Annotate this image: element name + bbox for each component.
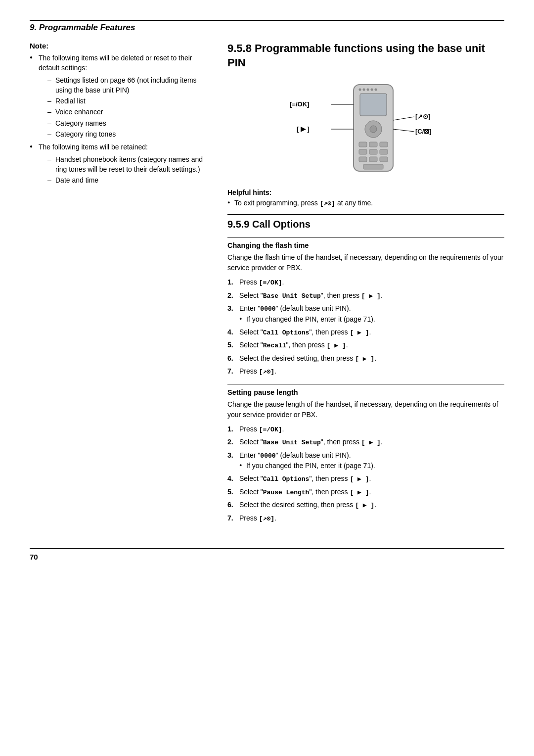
btn-inline-power: [↗⊙]	[320, 200, 335, 207]
list-item: Redial list	[47, 96, 208, 106]
footer-rule	[30, 548, 504, 549]
phone-diagram: [≡/OK] [ ▶ ] [↗⊙] [C/⊠]	[227, 80, 504, 179]
changing-flash-time-body: Change the flash time of the handset, if…	[227, 252, 504, 273]
sub-list-deleted: Settings listed on page 66 (not includin…	[39, 75, 208, 140]
list-item: 7. Press [↗⊙].	[227, 513, 504, 524]
section-title: 9.5.8 Programmable functions using the b…	[227, 42, 504, 70]
subsection-rule-3	[227, 384, 504, 384]
list-item: 4. Select "Call Options", then press [ ▶…	[227, 473, 504, 484]
mono-calloptions: Call Options	[263, 329, 310, 336]
setting-pause-length-body: Change the pause length of the handset, …	[227, 399, 504, 420]
changing-flash-time-steps: 1. Press [≡/OK]. 2. Select "Base Unit Se…	[227, 277, 504, 377]
page-container: 9. Programmable Features Note: The follo…	[0, 0, 534, 756]
svg-rect-6	[360, 94, 387, 116]
btn-power: [↗⊙]	[259, 368, 274, 376]
list-item: 5. Select "Recall", then press [ ▶ ].	[227, 340, 504, 351]
btn-arrow-3: [ ▶ ]	[350, 475, 369, 483]
btn-menu-ok: [≡/OK]	[259, 279, 282, 286]
list-item: The following items will be retained: Ha…	[30, 142, 208, 185]
list-item: 2. Select "Base Unit Setup", then press …	[227, 437, 504, 448]
sub-bullet: If you changed the PIN, enter it (page 7…	[239, 314, 504, 325]
setting-pause-length-heading: Setting pause length	[227, 388, 504, 396]
svg-rect-17	[380, 157, 388, 162]
bullet-text: The following items will be deleted or r…	[39, 54, 192, 72]
list-item: 7. Press [↗⊙].	[227, 366, 504, 377]
call-options-title: 9.5.9 Call Options	[227, 219, 504, 230]
note-label: Note:	[30, 42, 208, 50]
helpful-hints-label: Helpful hints:	[227, 189, 504, 196]
left-column: Note: The following items will be delete…	[30, 42, 208, 528]
hint-bullet: To exit programming, press [↗⊙] at any t…	[227, 199, 504, 207]
list-item: 5. Select "Pause Length", then press [ ▶…	[227, 487, 504, 498]
footer-page-number: 70	[30, 553, 504, 561]
svg-line-23	[393, 117, 414, 120]
svg-rect-14	[380, 149, 388, 154]
right-column: 9.5.8 Programmable functions using the b…	[227, 42, 504, 528]
list-item: 1. Press [≡/OK].	[227, 424, 504, 435]
sub-list-retained: Handset phonebook items (category names …	[39, 154, 208, 186]
svg-text:[≡/OK]: [≡/OK]	[290, 100, 309, 108]
svg-text:[C/⊠]: [C/⊠]	[415, 128, 432, 135]
svg-text:[ ▶ ]: [ ▶ ]	[297, 125, 310, 133]
list-item: Voice enhancer	[47, 107, 208, 117]
mono-recall: Recall	[263, 342, 286, 349]
btn-arrow: [ ▶ ]	[350, 329, 369, 336]
svg-point-2	[363, 89, 365, 91]
phone-svg: [≡/OK] [ ▶ ] [↗⊙] [C/⊠]	[287, 80, 445, 179]
list-item: 4. Select "Call Options", then press [ ▶…	[227, 327, 504, 338]
mono-text-2: Base Unit Setup	[263, 439, 321, 446]
bullet-text: The following items will be retained:	[39, 143, 148, 151]
list-item: Category names	[47, 118, 208, 128]
note-bullet-list: The following items will be deleted or r…	[30, 53, 208, 186]
btn-power-2: [↗⊙]	[259, 515, 274, 522]
svg-rect-10	[369, 142, 377, 147]
two-col-layout: Note: The following items will be delete…	[30, 42, 504, 528]
list-item: 6. Select the desired setting, then pres…	[227, 500, 504, 511]
mono-pause: Pause Length	[263, 489, 310, 496]
subsection-rule-2	[227, 237, 504, 237]
subsection-rule-1	[227, 214, 504, 215]
list-item: 1. Press [≡/OK].	[227, 277, 504, 288]
svg-rect-9	[359, 142, 367, 147]
sub-bullet-2: If you changed the PIN, enter it (page 7…	[239, 461, 504, 471]
mono-pin-2: 0000	[260, 452, 275, 460]
list-item: Handset phonebook items (category names …	[47, 154, 208, 175]
btn-arrow: [ ▶ ]	[355, 355, 374, 363]
btn-arrow: [ ▶ ]	[361, 292, 381, 300]
changing-flash-time-heading: Changing the flash time	[227, 241, 504, 249]
header-title: 9. Programmable Features	[30, 23, 504, 33]
list-item: 3. Enter "0000" (default base unit PIN).…	[227, 450, 504, 472]
svg-point-8	[370, 126, 377, 133]
svg-point-3	[367, 89, 369, 91]
svg-rect-12	[359, 149, 367, 154]
svg-point-5	[375, 89, 377, 91]
svg-text:[↗⊙]: [↗⊙]	[415, 113, 431, 120]
list-item: 2. Select "Base Unit Setup", then press …	[227, 290, 504, 301]
list-item: The following items will be deleted or r…	[30, 53, 208, 139]
list-item: 3. Enter "0000" (default base unit PIN).…	[227, 303, 504, 325]
svg-line-25	[393, 129, 414, 132]
btn-arrow-4: [ ▶ ]	[350, 489, 369, 496]
svg-point-4	[371, 89, 373, 91]
list-item: Settings listed on page 66 (not includin…	[47, 75, 208, 95]
svg-rect-18	[363, 164, 383, 169]
list-item: 6. Select the desired setting, then pres…	[227, 353, 504, 364]
header-rule	[30, 20, 504, 21]
svg-rect-16	[369, 157, 377, 162]
btn-arrow-2: [ ▶ ]	[361, 439, 381, 446]
setting-pause-length-steps: 1. Press [≡/OK]. 2. Select "Base Unit Se…	[227, 424, 504, 524]
btn-arrow: [ ▶ ]	[327, 342, 346, 349]
btn-arrow-5: [ ▶ ]	[355, 502, 374, 509]
svg-rect-15	[359, 157, 367, 162]
svg-point-1	[359, 89, 361, 91]
list-item: Date and time	[47, 175, 208, 185]
mono-calloptions-2: Call Options	[263, 475, 310, 483]
mono-text: Base Unit Setup	[263, 292, 321, 300]
mono-pin: 0000	[260, 305, 275, 313]
svg-rect-13	[369, 149, 377, 154]
list-item: Category ring tones	[47, 129, 208, 139]
btn-menu-ok-2: [≡/OK]	[259, 426, 282, 433]
svg-rect-11	[380, 142, 388, 147]
